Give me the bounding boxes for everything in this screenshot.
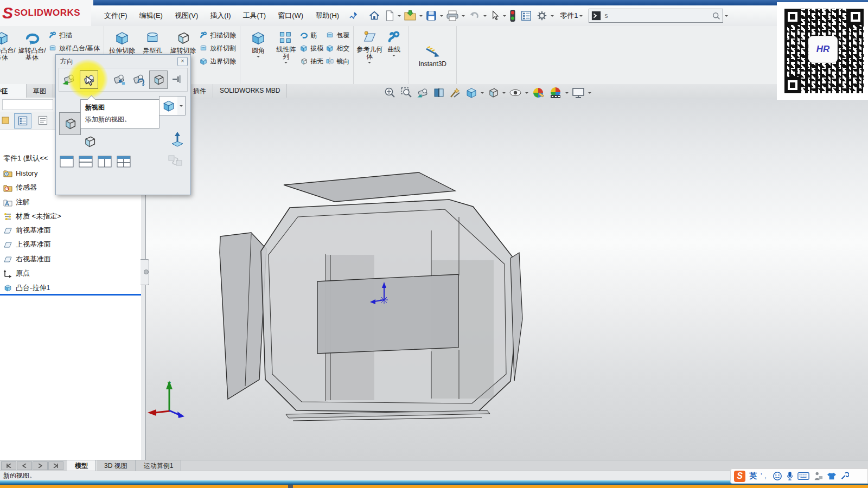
loft-boss-button[interactable]: 放样凸台/基体 — [48, 43, 100, 53]
intersect-button[interactable]: 相交 — [326, 43, 349, 53]
edit-appearance-button[interactable] — [531, 86, 546, 100]
home-button[interactable] — [367, 9, 381, 23]
doc-tab-3d-views[interactable]: 3D 视图 — [96, 460, 136, 471]
panel-tab-property-manager[interactable] — [35, 113, 51, 127]
menu-window[interactable]: 窗口(W) — [272, 9, 309, 23]
rib-button[interactable]: 筋 — [299, 30, 323, 40]
model-top-plate[interactable] — [284, 172, 455, 202]
pin-dialog-button[interactable] — [170, 70, 184, 88]
view-orientation-button[interactable] — [486, 86, 500, 100]
tab-nav-next-button[interactable] — [33, 461, 48, 470]
fillet-button[interactable]: 圆角 — [243, 28, 273, 83]
tree-item-history[interactable]: History — [0, 166, 37, 179]
tab-features[interactable]: 特征 — [0, 84, 27, 98]
sketch-tools-button[interactable] — [448, 86, 462, 100]
linear-pattern-button[interactable]: 线性阵列 — [273, 28, 298, 83]
close-icon[interactable]: × — [177, 57, 188, 66]
menu-insert[interactable]: 插入(I) — [205, 9, 236, 23]
tab-nav-last-button[interactable] — [48, 461, 63, 470]
linear-pattern-dropdown[interactable] — [284, 62, 288, 65]
orientation-dialog[interactable]: 方向 × — [55, 54, 191, 195]
search-dropdown[interactable] — [725, 15, 728, 18]
search-icon[interactable] — [712, 11, 720, 20]
extrude-boss-button[interactable]: 拉伸凸台/基体 — [0, 28, 17, 83]
curves-button[interactable]: 曲线 — [382, 28, 405, 83]
tab-nav-first-button[interactable] — [1, 461, 16, 470]
normal-to-icon[interactable] — [170, 131, 185, 148]
tree-item-material[interactable]: 材质 <未指定> — [0, 210, 61, 223]
view-settings-button[interactable] — [571, 86, 586, 100]
undo-dropdown[interactable] — [483, 15, 487, 18]
tree-item-boss-extrude1[interactable]: 凸台-拉伸1 — [0, 281, 50, 294]
two-view-horizontal-button[interactable] — [78, 155, 93, 168]
reference-geometry-dropdown[interactable] — [368, 62, 371, 65]
print-dropdown[interactable] — [462, 15, 465, 18]
view-settings-dropdown[interactable] — [588, 92, 591, 95]
display-style-button[interactable] — [464, 86, 478, 100]
options-list-button[interactable] — [519, 9, 533, 23]
ime-punctuation-toggle[interactable]: ’， — [761, 472, 769, 481]
shell-button[interactable]: 抽壳 — [299, 56, 323, 66]
menu-edit[interactable]: 编辑(E) — [134, 9, 168, 23]
boundary-cut-button[interactable]: 边界切除 — [199, 56, 236, 66]
menu-view[interactable]: 视图(V) — [169, 9, 203, 23]
view-orientation-cube-button[interactable] — [159, 96, 178, 115]
two-view-vertical-button[interactable] — [97, 155, 112, 168]
open-dropdown[interactable] — [419, 15, 423, 18]
select-button[interactable] — [488, 9, 501, 23]
document-dropdown[interactable] — [579, 15, 583, 18]
pin-menu-icon[interactable] — [349, 11, 358, 20]
fillet-dropdown[interactable] — [257, 56, 260, 59]
sweep-cut-button[interactable]: 扫描切除 — [199, 30, 236, 40]
rebuild-button[interactable] — [508, 8, 518, 23]
single-view-button[interactable] — [59, 155, 74, 168]
microphone-icon[interactable] — [786, 471, 794, 481]
revolve-boss-button[interactable]: 旋转凸台/基体 — [17, 28, 47, 83]
settings-dropdown[interactable] — [551, 15, 554, 18]
save-dropdown[interactable] — [440, 15, 443, 18]
new-document-button[interactable] — [383, 9, 396, 23]
curves-dropdown[interactable] — [392, 55, 395, 58]
apply-scene-button[interactable] — [548, 86, 563, 100]
undo-button[interactable] — [467, 9, 482, 23]
tree-filter-box[interactable] — [2, 99, 53, 110]
open-button[interactable] — [403, 9, 418, 23]
handwriting-icon[interactable] — [813, 471, 823, 481]
model-sketch-face[interactable] — [317, 274, 458, 354]
menu-tools[interactable]: 工具(T) — [238, 9, 272, 23]
select-dropdown[interactable] — [503, 15, 506, 18]
doc-tab-motion-study[interactable]: 运动算例1 — [136, 460, 182, 471]
previous-view-tool-button[interactable] — [60, 70, 78, 88]
doc-tab-model[interactable]: 模型 — [67, 460, 96, 471]
hide-show-items-button[interactable] — [508, 86, 523, 100]
tree-item-right-plane[interactable]: 右视基准面 — [0, 253, 51, 266]
tab-solidworks-mbd[interactable]: SOLIDWORKS MBD — [213, 84, 287, 98]
skin-tshirt-icon[interactable] — [827, 472, 837, 480]
keyboard-icon[interactable] — [797, 472, 809, 480]
instant3d-button[interactable]: Instant3D — [411, 28, 454, 83]
wrap-button[interactable]: 包覆 — [326, 30, 349, 40]
search-input[interactable]: s — [589, 9, 723, 23]
view-orientation-cube-dropdown[interactable] — [177, 96, 186, 115]
tab-sketch[interactable]: 草图 — [27, 84, 53, 98]
isometric-view-button[interactable] — [59, 112, 81, 135]
view-orientation-dropdown[interactable] — [502, 92, 506, 95]
view-selector-toggle[interactable] — [149, 70, 168, 89]
tree-item-sensors[interactable]: 传感器 — [0, 181, 37, 194]
four-view-button[interactable] — [116, 155, 131, 168]
menu-help[interactable]: 帮助(H) — [310, 9, 344, 23]
apply-scene-dropdown[interactable] — [565, 92, 569, 95]
tab-nav-prev-button[interactable] — [17, 461, 32, 470]
dimetric-cube-icon[interactable] — [82, 134, 97, 149]
display-style-dropdown[interactable] — [481, 92, 484, 95]
document-name[interactable]: 零件1 — [560, 11, 578, 21]
new-view-button[interactable] — [80, 70, 98, 89]
model-left-plate[interactable] — [220, 233, 266, 399]
graphics-viewport[interactable]: Y X — [145, 98, 868, 460]
emoji-icon[interactable] — [773, 471, 782, 481]
tree-item-top-plane[interactable]: 上视基准面 — [0, 238, 51, 251]
previous-view-button[interactable] — [416, 86, 430, 100]
mirror-button[interactable]: 镜向 — [326, 56, 349, 66]
reset-standard-views-button[interactable] — [130, 70, 147, 88]
draft-button[interactable]: 拔模 — [299, 43, 323, 53]
